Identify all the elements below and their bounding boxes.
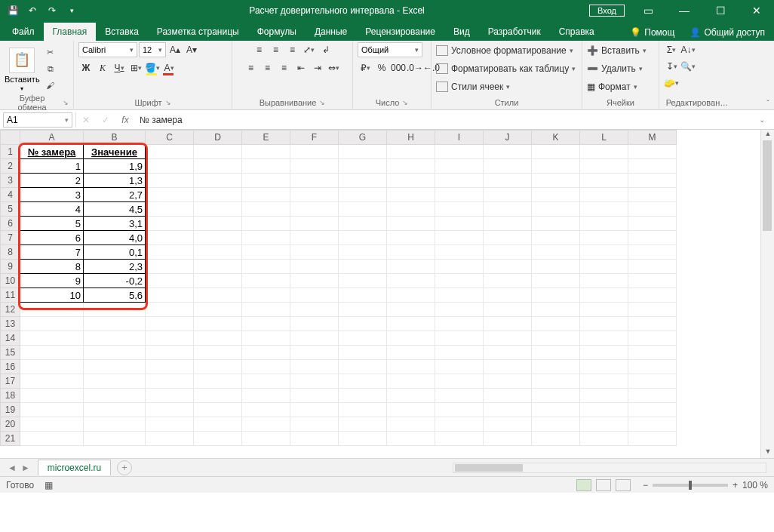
tab-view[interactable]: Вид	[444, 23, 479, 41]
cell[interactable]: 3	[20, 188, 84, 202]
cell[interactable]	[532, 317, 580, 331]
cell[interactable]	[484, 417, 532, 432]
row-header[interactable]: 7	[1, 231, 20, 245]
cell[interactable]	[484, 174, 532, 188]
cell[interactable]	[194, 145, 242, 159]
cell[interactable]	[290, 231, 339, 245]
col-header-H[interactable]: H	[387, 131, 435, 145]
orientation-icon[interactable]: ⤢	[302, 42, 317, 57]
format-as-table-button[interactable]: Форматировать как таблицу	[436, 60, 576, 77]
cell[interactable]	[435, 303, 484, 317]
cell[interactable]	[628, 188, 677, 202]
cell[interactable]	[339, 360, 387, 374]
cell[interactable]	[242, 317, 290, 331]
row-header[interactable]: 10	[1, 274, 20, 288]
cell[interactable]	[84, 403, 146, 417]
cell[interactable]	[339, 417, 387, 432]
cell[interactable]	[580, 303, 628, 317]
cell[interactable]	[339, 274, 387, 288]
cell[interactable]	[20, 403, 84, 417]
cell[interactable]	[194, 403, 242, 417]
cell[interactable]	[242, 202, 290, 217]
cell[interactable]	[84, 303, 146, 317]
cell[interactable]	[484, 260, 532, 274]
cell[interactable]	[339, 159, 387, 174]
col-header-A[interactable]: A	[20, 131, 84, 145]
macro-record-icon[interactable]: ▦	[45, 480, 53, 490]
cell[interactable]	[628, 260, 677, 274]
cell[interactable]	[435, 346, 484, 360]
italic-button[interactable]: К	[95, 60, 110, 75]
font-size-select[interactable]: 12	[139, 42, 166, 57]
tab-home[interactable]: Главная	[44, 23, 97, 41]
save-icon[interactable]: 💾	[6, 4, 20, 17]
cell[interactable]	[580, 274, 628, 288]
cell[interactable]	[484, 346, 532, 360]
cell[interactable]	[242, 360, 290, 374]
cell[interactable]	[532, 188, 580, 202]
cell[interactable]	[84, 317, 146, 331]
col-header-K[interactable]: K	[532, 131, 580, 145]
cell[interactable]	[628, 274, 677, 288]
tab-developer[interactable]: Разработчик	[479, 23, 550, 41]
col-header-E[interactable]: E	[242, 131, 290, 145]
cell[interactable]: 9	[20, 274, 84, 288]
horizontal-scrollbar[interactable]	[453, 463, 766, 473]
cell[interactable]	[628, 202, 677, 217]
cell[interactable]	[435, 432, 484, 446]
sheet-prev-icon[interactable]: ◄	[8, 463, 17, 473]
sheet-next-icon[interactable]: ►	[21, 463, 30, 473]
cell[interactable]	[532, 245, 580, 260]
cell[interactable]	[290, 274, 339, 288]
cell[interactable]	[532, 231, 580, 245]
cell[interactable]: 2,3	[84, 260, 146, 274]
cell[interactable]	[580, 174, 628, 188]
cell[interactable]	[339, 145, 387, 159]
alignment-launcher-icon[interactable]: ↘	[319, 99, 325, 106]
view-pagebreak-icon[interactable]	[616, 479, 631, 491]
row-header[interactable]: 2	[1, 159, 20, 174]
conditional-formatting-button[interactable]: Условное форматирование	[436, 42, 573, 59]
zoom-knob[interactable]	[689, 481, 692, 490]
cell[interactable]: 1,3	[84, 174, 146, 188]
cell[interactable]	[387, 303, 435, 317]
select-all-corner[interactable]	[1, 131, 20, 145]
border-button[interactable]: ⊞	[128, 60, 143, 75]
cell[interactable]	[194, 432, 242, 446]
cell[interactable]	[242, 417, 290, 432]
fx-icon[interactable]: fx	[115, 115, 135, 125]
cell[interactable]	[532, 432, 580, 446]
cell[interactable]	[532, 174, 580, 188]
cell[interactable]	[435, 360, 484, 374]
cell[interactable]	[628, 374, 677, 389]
cell[interactable]: 1	[20, 159, 84, 174]
cell[interactable]	[290, 374, 339, 389]
cell[interactable]	[387, 317, 435, 331]
cell[interactable]	[146, 389, 194, 403]
cell[interactable]	[20, 317, 84, 331]
col-header-M[interactable]: M	[628, 131, 677, 145]
scroll-down-icon[interactable]: ▼	[761, 447, 774, 458]
cell[interactable]	[532, 260, 580, 274]
cell[interactable]	[532, 145, 580, 159]
cell[interactable]	[339, 288, 387, 303]
cell[interactable]	[435, 389, 484, 403]
cell[interactable]	[290, 188, 339, 202]
cell-styles-button[interactable]: Стили ячеек	[436, 78, 510, 95]
row-header[interactable]: 13	[1, 317, 20, 331]
cell[interactable]	[628, 145, 677, 159]
cell[interactable]	[194, 159, 242, 174]
cell[interactable]	[290, 417, 339, 432]
cell[interactable]	[290, 288, 339, 303]
align-left-icon[interactable]: ≡	[244, 60, 259, 75]
cell[interactable]	[580, 145, 628, 159]
number-format-select[interactable]: Общий	[358, 42, 422, 57]
cell[interactable]	[580, 389, 628, 403]
cell[interactable]	[242, 159, 290, 174]
cell[interactable]	[484, 288, 532, 303]
cell[interactable]	[628, 303, 677, 317]
cell[interactable]	[532, 374, 580, 389]
clipboard-launcher-icon[interactable]: ↘	[63, 99, 69, 106]
cell[interactable]	[628, 245, 677, 260]
cell[interactable]	[290, 245, 339, 260]
